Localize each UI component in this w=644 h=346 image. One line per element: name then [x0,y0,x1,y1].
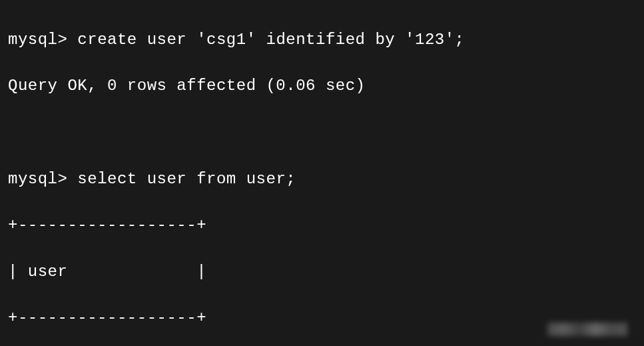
table-border-top: +------------------+ [8,214,636,237]
watermark [547,323,627,336]
terminal-output[interactable]: mysql> create user 'csg1' identified by … [8,5,636,346]
command-line-2: mysql> select user from user; [8,168,636,191]
sql-command: select user from user; [77,170,296,188]
prompt: mysql> [8,170,67,188]
sql-command: create user 'csg1' identified by '123'; [77,31,464,49]
command-line-1: mysql> create user 'csg1' identified by … [8,29,636,52]
blank-line [8,121,636,145]
prompt: mysql> [8,31,67,49]
table-header: | user | [8,261,636,284]
query-response: Query OK, 0 rows affected (0.06 sec) [8,75,636,98]
table-border-mid: +------------------+ [8,307,636,330]
